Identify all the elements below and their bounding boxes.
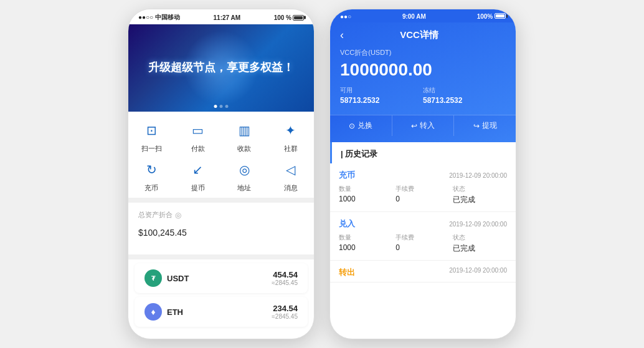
history-item-3-partial[interactable]: 转出 2019-12-09 20:00:00 (330, 261, 516, 283)
withdraw-icon: ↙ (187, 158, 209, 181)
status-bar-1: ●●○○ 中国移动 11:27 AM 100 % (128, 9, 314, 24)
history-type-1: 充币 (339, 170, 355, 181)
currency-symbol: $ (138, 228, 143, 238)
action-address[interactable]: ◎ 地址 (221, 158, 268, 193)
recharge-icon: ↻ (140, 158, 163, 181)
status-bar-2: ●●○ 9:00 AM 100% (330, 9, 516, 22)
divider-1 (128, 198, 314, 203)
eth-name: ETH (167, 307, 272, 317)
coin-list: ₮ USDT 454.54 ≈2845.45 ♦ ETH 234.54 ≈284… (128, 263, 314, 327)
history-title: | 历史记录 (330, 142, 516, 163)
vcc-page-title: VCC详情 (349, 29, 490, 41)
action-pay[interactable]: ▭ 付款 (175, 119, 222, 153)
scan-icon: ⊡ (140, 119, 163, 142)
banner-dot-2 (220, 105, 223, 108)
vcc-actions: ⊙ 兑换 ↩ 转入 ↪ 提现 (330, 115, 516, 142)
h2-col-1: 数量 1000 (339, 233, 393, 254)
partial-header: 转出 2019-12-09 20:00:00 (339, 267, 507, 278)
banner-dot-3 (225, 105, 229, 108)
message-icon: ◁ (280, 158, 302, 181)
battery-icon-2 (495, 13, 506, 19)
battery-icon-1 (293, 15, 304, 21)
coin-item-usdt[interactable]: ₮ USDT 454.54 ≈2845.45 (135, 263, 308, 293)
eth-logo: ♦ (144, 303, 162, 321)
community-icon: ✦ (280, 119, 302, 142)
vcc-nav: ‹ VCC详情 (340, 29, 506, 42)
vcc-withdraw-label: 提现 (482, 120, 497, 131)
time-display-2: 9:00 AM (402, 13, 426, 20)
h2-col-2: 手续费 0 (395, 233, 450, 254)
history-item-1-header: 充币 2019-12-09 20:00:00 (339, 170, 507, 181)
action-scan[interactable]: ⊡ 扫一扫 (128, 119, 175, 153)
pay-label: 付款 (191, 144, 205, 153)
history-cols-2: 数量 1000 手续费 0 状态 已完成 (339, 233, 507, 254)
h2-col-3: 状态 已完成 (453, 233, 507, 254)
phone-wallet: ●●○○ 中国移动 11:27 AM 100 % 升级超级节点，享更多权益！ ⊡… (128, 9, 315, 339)
usdt-logo: ₮ (144, 269, 162, 287)
withdraw-label: 提币 (191, 183, 205, 193)
transfer-in-button[interactable]: ↩ 转入 (392, 115, 455, 136)
divider-2 (128, 254, 314, 259)
vcc-header: ‹ VCC详情 VCC折合(USDT) 1000000.00 可用 58713.… (330, 22, 516, 115)
transfer-in-icon: ↩ (411, 122, 417, 130)
exchange-button[interactable]: ⊙ 兑换 (330, 115, 392, 136)
history-time-1: 2019-12-09 20:00:00 (449, 172, 507, 179)
promo-banner[interactable]: 升级超级节点，享更多权益！ (128, 24, 314, 112)
vcc-avail: 可用 58713.2532 (340, 86, 423, 105)
transfer-in-label: 转入 (420, 120, 435, 131)
battery-display-1: 100 % (274, 14, 304, 21)
frozen-value: 58713.2532 (423, 96, 506, 105)
usdt-equiv: ≈2845.45 (272, 279, 298, 286)
banner-text: 升级超级节点，享更多权益！ (148, 60, 294, 75)
vcc-withdraw-button[interactable]: ↪ 提现 (454, 115, 516, 136)
history-section: | 历史记录 充币 2019-12-09 20:00:00 数量 1000 手续… (330, 142, 516, 283)
frozen-label: 冻结 (423, 86, 506, 95)
history-item-2-header: 兑入 2019-12-09 20:00:00 (339, 218, 507, 230)
vcc-content: ‹ VCC详情 VCC折合(USDT) 1000000.00 可用 58713.… (330, 22, 516, 283)
avail-label: 可用 (340, 86, 423, 95)
eth-values: 234.54 ≈2845.45 (272, 304, 298, 320)
h1-col-2: 手续费 0 (395, 185, 450, 205)
vcc-withdraw-icon: ↪ (473, 122, 480, 130)
h1-col-3: 状态 已完成 (453, 185, 507, 205)
wallet-content: 升级超级节点，享更多权益！ ⊡ 扫一扫 ▭ 付款 ▥ 收款 ✦ (128, 24, 314, 331)
banner-dot-1 (214, 105, 217, 108)
history-item-1[interactable]: 充币 2019-12-09 20:00:00 数量 1000 手续费 0 状态 … (330, 163, 516, 212)
carrier-signal: ●●○○ 中国移动 (138, 13, 180, 22)
banner-dots (214, 105, 229, 108)
community-label: 社群 (284, 144, 298, 153)
receive-label: 收款 (237, 144, 251, 153)
action-withdraw[interactable]: ↙ 提币 (175, 158, 222, 193)
back-button[interactable]: ‹ (340, 29, 344, 42)
usdt-amount: 454.54 (272, 270, 298, 279)
vcc-subtitle: VCC折合(USDT) (340, 48, 506, 57)
pay-icon: ▭ (187, 119, 209, 142)
assets-amount: $100,245.45 (138, 222, 304, 239)
exchange-label: 兑换 (358, 120, 372, 131)
quick-actions: ⊡ 扫一扫 ▭ 付款 ▥ 收款 ✦ 社群 ↻ 充币 ↙ 提币 (128, 112, 314, 198)
action-recharge[interactable]: ↻ 充币 (128, 158, 175, 193)
action-community[interactable]: ✦ 社群 (268, 119, 315, 153)
vcc-frozen: 冻结 58713.2532 (423, 86, 506, 105)
address-label: 地址 (237, 183, 251, 193)
action-message[interactable]: ◁ 消息 (268, 158, 315, 193)
assets-title: 总资产折合 ◎ (138, 210, 304, 220)
usdt-values: 454.54 ≈2845.45 (272, 270, 298, 286)
scan-label: 扫一扫 (141, 144, 162, 153)
vcc-balance: 1000000.00 (340, 60, 506, 80)
history-time-2: 2019-12-09 20:00:00 (449, 221, 507, 228)
partial-time: 2019-12-09 20:00:00 (449, 267, 507, 278)
history-cols-1: 数量 1000 手续费 0 状态 已完成 (339, 185, 507, 205)
h1-col-1: 数量 1000 (339, 185, 393, 205)
phone-vcc: ●●○ 9:00 AM 100% ‹ VCC详情 VCC折合(USDT) 100… (329, 9, 516, 339)
action-receive[interactable]: ▥ 收款 (221, 119, 268, 153)
history-item-2[interactable]: 兑入 2019-12-09 20:00:00 数量 1000 手续费 0 状态 … (330, 212, 516, 261)
coin-item-eth[interactable]: ♦ ETH 234.54 ≈2845.45 (135, 297, 308, 327)
eye-icon[interactable]: ◎ (175, 211, 181, 220)
recharge-label: 充币 (144, 183, 158, 193)
usdt-name: USDT (167, 274, 272, 283)
signal-2: ●●○ (340, 13, 351, 20)
address-icon: ◎ (233, 158, 255, 181)
avail-value: 58713.2532 (340, 96, 423, 105)
eth-amount: 234.54 (272, 304, 298, 313)
